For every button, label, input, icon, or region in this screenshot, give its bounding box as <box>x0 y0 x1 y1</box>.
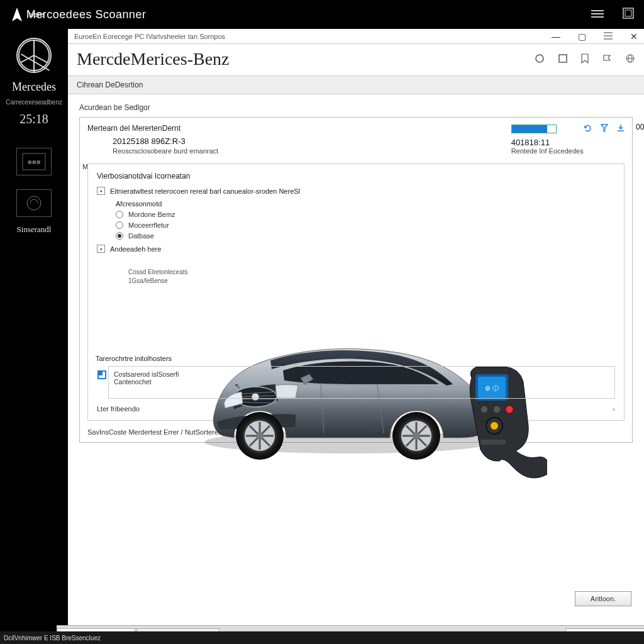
download-icon[interactable] <box>617 124 625 134</box>
sidebar-year: 25:18 <box>19 112 48 126</box>
status-text: SavInsCoste Merdertest Errer / NutSorter… <box>87 428 625 436</box>
progress-bar <box>511 125 557 133</box>
taskbar: DcilVnhimwer E ISB BreSsencluez <box>0 631 644 644</box>
menu2-icon[interactable] <box>604 31 613 42</box>
svg-point-32 <box>392 412 440 460</box>
svg-point-26 <box>245 421 275 451</box>
radio-row-0[interactable]: Mordone Bemz <box>116 211 615 218</box>
grid-icon[interactable] <box>623 8 634 22</box>
radio-row-2[interactable]: Datbase <box>116 232 615 240</box>
window-titlebar: EuroeEn Eorecege PC IVarlvsheeler tan So… <box>68 29 644 44</box>
link-row[interactable]: Lter fribeendo › <box>97 405 615 413</box>
list-item-2[interactable]: Cantenochet <box>114 378 609 386</box>
circle-icon[interactable] <box>535 53 545 65</box>
caption-2: 1Gsa/leBense <box>128 277 615 286</box>
radio-icon[interactable] <box>116 232 123 240</box>
panel-title: Mertearn del MerertenDernt <box>87 124 511 133</box>
sidebar-brand: Mercedes <box>12 80 56 94</box>
radio-icon[interactable] <box>116 211 123 218</box>
minimize-icon[interactable]: — <box>552 31 560 42</box>
app-title: Mercoedees Scoanner <box>26 8 147 21</box>
svg-point-5 <box>19 40 49 70</box>
svg-rect-13 <box>559 55 567 62</box>
globe-icon[interactable] <box>625 53 635 65</box>
taskbar-text: DcilVnhimwer E ISB BreSsencluez <box>4 635 101 641</box>
radio-icon[interactable] <box>116 221 123 229</box>
checkbox-2-label: Andeeadeh here <box>110 245 161 253</box>
sidebar-item-1[interactable]: ▦▦▦ <box>16 148 52 175</box>
main-panel: EuroeEn Eorecege PC IVarlvsheeler tan So… <box>68 29 644 644</box>
right-desc: Rentede Inf Eocededes <box>511 147 625 155</box>
chevron-right-icon: › <box>613 405 615 413</box>
logo-icon <box>10 6 24 23</box>
svg-line-22 <box>236 402 274 403</box>
app-topbar: ivare Mercoedees Scoanner <box>0 0 644 29</box>
radio-row-1[interactable]: Moceerrfletur <box>116 221 615 229</box>
svg-point-8 <box>27 196 41 210</box>
checkbox-icon[interactable]: ▪ <box>97 187 105 195</box>
lower-header: Tarerochrtre initolhosters <box>96 355 615 362</box>
svg-point-25 <box>236 412 284 460</box>
radio-group-label: Afcressonmotd <box>116 200 615 208</box>
close-icon[interactable]: ✕ <box>630 31 638 42</box>
radio-1-label: Moceerrfletur <box>128 221 169 229</box>
action-button-label: Aritloon. <box>591 595 616 602</box>
filter-icon[interactable] <box>601 124 608 134</box>
checkbox-1-label: Eitnieratwltest reterocoen rereal barl c… <box>110 187 300 195</box>
checkbox-icon[interactable]: ▪ <box>97 245 105 253</box>
tab-detection[interactable]: Cihrean DeDesrtion <box>77 80 143 89</box>
svg-point-12 <box>536 55 543 62</box>
caption-1: Cossd Elretonleceats <box>128 268 615 277</box>
list-box[interactable]: Costsarerod isISoserfi Cantenochet ↖ <box>108 366 615 399</box>
sidebar-brand-sub: Carrecexeseadbenz <box>6 99 62 106</box>
right-code: 401818:11 <box>511 138 625 147</box>
vehicle-panel: Moptas Mertearn del MerertenDernt 201251… <box>79 117 633 443</box>
options-subhead: Vierbosianotdvai Icorneatan <box>97 172 615 180</box>
vehicle-desc: Reoscrsclosobeare burd emanract <box>113 147 511 155</box>
refresh-icon[interactable] <box>584 124 592 134</box>
svg-rect-24 <box>244 418 272 426</box>
list-item-1[interactable]: Costsarerod isISoserfi <box>114 370 609 378</box>
tab-strip: Cihrean DeDesrtion <box>68 75 644 94</box>
checkbox-row-1[interactable]: ▪ Eitnieratwltest reterocoen rereal barl… <box>97 187 615 195</box>
selection-marker-icon <box>97 370 106 379</box>
maximize-icon[interactable]: ▢ <box>578 31 586 42</box>
link-label: Lter fribeendo <box>97 405 140 413</box>
checkbox-row-2[interactable]: ▪ Andeeadeh here <box>97 245 615 253</box>
menu-icon[interactable] <box>591 8 604 21</box>
svg-rect-3 <box>623 8 633 18</box>
svg-rect-4 <box>625 10 631 16</box>
window-subtitle: EuroeEn Eorecege PC IVarlvsheeler tan So… <box>74 33 225 40</box>
sidebar-item-2-label: Sinserandl <box>17 225 52 235</box>
mercedes-star-icon <box>16 38 52 73</box>
flag-icon[interactable] <box>602 54 611 65</box>
svg-text:▦▦▦: ▦▦▦ <box>28 160 41 164</box>
bookmark-icon[interactable] <box>581 53 589 65</box>
radio-0-label: Mordone Bemz <box>128 211 175 218</box>
square-icon[interactable] <box>558 54 567 65</box>
counter: 0000:000 <box>636 123 644 131</box>
svg-rect-47 <box>480 440 506 445</box>
sidebar-item-2[interactable] <box>16 189 52 217</box>
radio-2-label: Datbase <box>128 232 154 240</box>
section-label: Acurdean be Sedlgor <box>79 103 633 112</box>
vehicle-id: 20125188 896Z:R-3 <box>113 136 511 146</box>
svg-point-33 <box>401 421 431 451</box>
sidebar: Mercedes Carrecexeseadbenz 25:18 ▦▦▦ Sin… <box>0 0 68 644</box>
action-button[interactable]: Aritloon. <box>575 591 631 606</box>
cursor-icon: ↖ <box>235 382 241 391</box>
page-title: MercdeMerices-Benz <box>77 49 230 69</box>
options-panel: Vierbosianotdvai Icorneatan ▪ Eitnieratw… <box>87 164 625 421</box>
